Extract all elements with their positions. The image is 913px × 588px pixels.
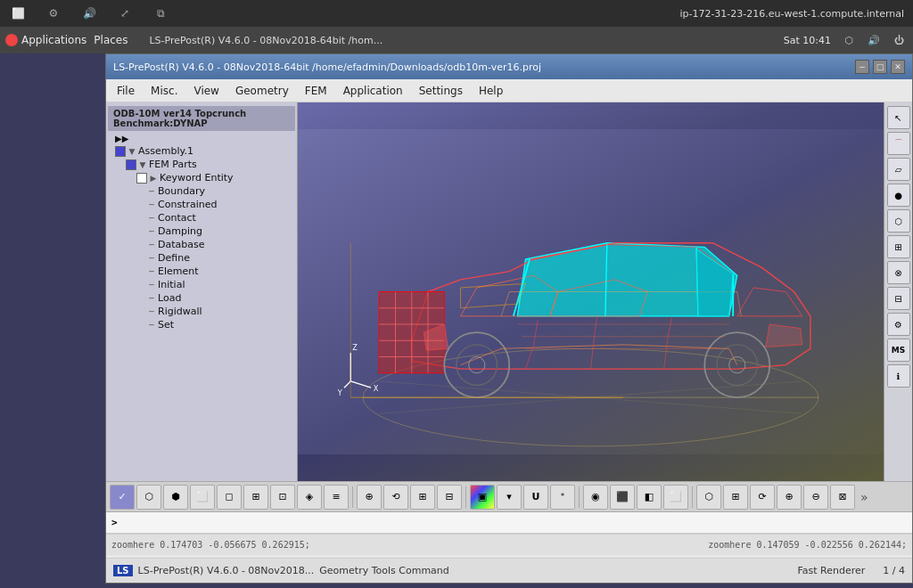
minimize-button[interactable]: − bbox=[855, 60, 869, 74]
command-input[interactable] bbox=[123, 517, 907, 528]
tb-box-button[interactable]: ◻ bbox=[217, 485, 242, 510]
menu-fem[interactable]: FEM bbox=[298, 83, 334, 99]
menu-settings[interactable]: Settings bbox=[412, 83, 470, 99]
windows-icon[interactable]: ⧉ bbox=[152, 4, 169, 22]
tb-zoomout-button[interactable]: ⊖ bbox=[803, 485, 828, 510]
tree-node-label: Define bbox=[158, 252, 190, 264]
expand-icon: ─ bbox=[147, 321, 156, 330]
network-icon[interactable]: ⬡ bbox=[840, 31, 858, 49]
tb-refresh-button[interactable]: ⟳ bbox=[750, 485, 775, 510]
expand-icon[interactable]: ▼ bbox=[127, 147, 136, 156]
tb-minusgrid-button[interactable]: ⊟ bbox=[437, 485, 462, 510]
tb-color-button[interactable]: ▣ bbox=[470, 485, 495, 510]
menu-misc[interactable]: Misc. bbox=[144, 83, 185, 99]
tree-checkbox[interactable] bbox=[126, 159, 136, 170]
list-item[interactable]: ─ Constrained bbox=[144, 198, 295, 211]
tree-node-label: Initial bbox=[158, 279, 185, 290]
tree-nav-arrows[interactable]: ▶▶ bbox=[111, 133, 295, 144]
expand-icon[interactable]: ▼ bbox=[138, 160, 147, 169]
maximize-icon[interactable]: ⤢ bbox=[116, 4, 134, 22]
tb-solid-button[interactable]: ⬢ bbox=[163, 485, 188, 510]
tool-connect[interactable]: ⊗ bbox=[887, 261, 910, 284]
viewport[interactable]: Z X Y bbox=[298, 102, 884, 481]
main-window: LS-PrePost(R) V4.6.0 - 08Nov2018-64bit /… bbox=[105, 53, 913, 584]
menu-file[interactable]: File bbox=[110, 83, 142, 99]
power-icon[interactable]: ⏻ bbox=[890, 31, 908, 49]
list-item[interactable]: ─ Load bbox=[144, 291, 295, 305]
command-output: zoomhere 0.147059 -0.022556 0.262144; bbox=[708, 540, 907, 550]
list-item[interactable]: ─ Initial bbox=[144, 278, 295, 291]
tb-half-button[interactable]: ◧ bbox=[637, 485, 662, 510]
tool-cursor[interactable]: ↖ bbox=[887, 106, 910, 129]
menu-help[interactable]: Help bbox=[472, 83, 510, 99]
tool-plane[interactable]: ▱ bbox=[887, 158, 910, 181]
applications-menu[interactable]: Applications bbox=[5, 34, 86, 46]
tb-mesh-button[interactable]: ⬡ bbox=[136, 485, 161, 510]
tb-element-button[interactable]: ◈ bbox=[297, 485, 322, 510]
tb-dotgrid-button[interactable]: ⊡ bbox=[270, 485, 295, 510]
tb-zoomin-button[interactable]: ⊕ bbox=[777, 485, 802, 510]
tool-hook[interactable]: ⌒ bbox=[887, 132, 910, 155]
expand-icon: ─ bbox=[147, 294, 156, 303]
list-item[interactable]: ─ Database bbox=[144, 238, 295, 251]
tb-select-button[interactable]: ◉ bbox=[583, 485, 608, 510]
list-item[interactable]: ─ Contact bbox=[144, 211, 295, 225]
list-item[interactable]: ─ Rigidwall bbox=[144, 305, 295, 318]
tb-check-button[interactable]: ✓ bbox=[110, 485, 135, 510]
sound-icon[interactable]: 🔊 bbox=[865, 31, 883, 49]
menu-application[interactable]: Application bbox=[336, 83, 410, 99]
list-item[interactable]: ▶ Keyword Entity bbox=[133, 171, 295, 184]
tool-cube[interactable]: ⬡ bbox=[887, 209, 910, 233]
volume-icon[interactable]: 🔊 bbox=[80, 4, 98, 22]
restore-button[interactable]: □ bbox=[873, 60, 887, 74]
tool-gear[interactable]: ⚙ bbox=[887, 313, 910, 336]
tb-grid2-button[interactable]: ⊞ bbox=[410, 485, 435, 510]
expand-icon: ─ bbox=[147, 214, 156, 223]
expand-icon[interactable]: ▶ bbox=[149, 174, 158, 183]
tb-transform-button[interactable]: ⬡ bbox=[696, 485, 721, 510]
taskbar-window-title[interactable]: LS-PrePost(R) V4.6.0 - 08Nov2018-64bit /… bbox=[149, 35, 382, 46]
tree-checkbox[interactable] bbox=[136, 173, 147, 184]
list-item[interactable]: ▼ FEM Parts bbox=[122, 158, 295, 171]
ls-logo: LS bbox=[113, 565, 133, 576]
tb-box2-button[interactable]: ⬜ bbox=[663, 485, 688, 510]
tb-gridview-button[interactable]: ⊞ bbox=[243, 485, 268, 510]
tree-node-label: FEM Parts bbox=[149, 159, 197, 170]
right-toolbar: ↖ ⌒ ▱ ● ⬡ ⊞ ⊗ ⊟ ⚙ MS ℹ bbox=[884, 102, 912, 481]
list-item[interactable]: ─ Boundary bbox=[144, 184, 295, 198]
tb-lines-button[interactable]: ≡ bbox=[324, 485, 349, 510]
status-right: Fast Renderer 1 / 4 bbox=[797, 565, 905, 576]
places-label[interactable]: Places bbox=[94, 34, 127, 46]
tb-u-button[interactable]: U bbox=[523, 485, 548, 510]
tool-ms[interactable]: MS bbox=[887, 339, 910, 362]
applications-label: Applications bbox=[21, 34, 86, 46]
tool-table[interactable]: ⊟ bbox=[887, 287, 910, 310]
taskbar-icons: ⬡ 🔊 ⏻ bbox=[840, 31, 908, 49]
settings-icon[interactable]: ⚙ bbox=[45, 4, 62, 22]
expand-icon: ─ bbox=[147, 227, 156, 236]
tb-rotate-button[interactable]: ⟲ bbox=[383, 485, 408, 510]
status-app-name: LS-PrePost(R) V4.6.0 - 08Nov2018... bbox=[138, 565, 315, 576]
list-item[interactable]: ▼ Assembly.1 bbox=[111, 144, 295, 158]
list-item[interactable]: ─ Set bbox=[144, 318, 295, 331]
tb-dropdown-button[interactable]: ▾ bbox=[497, 485, 522, 510]
tb-plus-button[interactable]: ⊕ bbox=[357, 485, 382, 510]
tool-info[interactable]: ℹ bbox=[887, 364, 910, 388]
tool-sphere[interactable]: ● bbox=[887, 184, 910, 207]
tree-checkbox[interactable] bbox=[115, 146, 126, 157]
tb-grid3-button[interactable]: ⊞ bbox=[723, 485, 748, 510]
tb-frame-button[interactable]: ⬜ bbox=[190, 485, 215, 510]
restore-icon[interactable]: ⬜ bbox=[9, 4, 27, 22]
tb-fill-button[interactable]: ⬛ bbox=[610, 485, 635, 510]
list-item[interactable]: ─ Define bbox=[144, 251, 295, 265]
menu-geometry[interactable]: Geometry bbox=[228, 83, 296, 99]
tb-asterisk-button[interactable]: * bbox=[550, 485, 575, 510]
close-button[interactable]: ✕ bbox=[891, 60, 905, 74]
toolbar-more[interactable]: » bbox=[857, 490, 872, 504]
tb-zoomfit-button[interactable]: ⊠ bbox=[830, 485, 855, 510]
tree-title: ODB-10M ver14 Topcrunch Benchmark:DYNAP bbox=[108, 106, 295, 131]
list-item[interactable]: ─ Damping bbox=[144, 225, 295, 238]
list-item[interactable]: ─ Element bbox=[144, 265, 295, 278]
menu-view[interactable]: View bbox=[186, 83, 226, 99]
tool-grid[interactable]: ⊞ bbox=[887, 235, 910, 258]
